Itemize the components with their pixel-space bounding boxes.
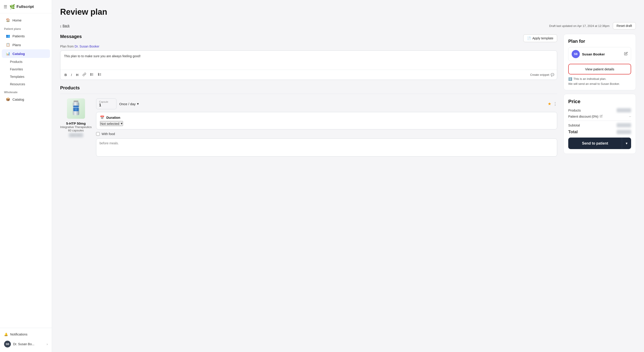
reset-draft-button[interactable]: Reset draft: [613, 22, 636, 30]
with-food-row: With food: [96, 132, 557, 136]
sidebar-item-patients[interactable]: 👥 Patients: [2, 32, 50, 40]
individual-plan-text: This is an individual plan.: [574, 77, 606, 81]
patient-name: Susan Booker: [582, 52, 622, 56]
create-snippet-label: Create snippet: [530, 73, 549, 77]
frequency-button[interactable]: Once / day: [119, 102, 139, 106]
svg-text:50mg: 50mg: [75, 110, 77, 111]
sidebar-item-home-label: Home: [12, 18, 22, 22]
catalog-icon: 📊: [6, 52, 10, 56]
leaf-icon: 🌿: [10, 4, 15, 10]
capsule-value: 1: [99, 103, 114, 107]
view-patient-details-button[interactable]: View patient details: [568, 64, 631, 74]
user-avatar: SB: [4, 341, 11, 347]
content-left: Messages 📄 Apply template Plan from Dr. …: [60, 34, 557, 162]
plans-icon: 📋: [6, 43, 10, 47]
top-bar: Back Draft last updated on Apr 17, 2024 …: [60, 22, 636, 30]
frequency-chevron-icon: [137, 102, 139, 106]
price-discount-value: --: [629, 115, 631, 118]
link-button[interactable]: [81, 72, 88, 78]
content-right: Plan for SB Susan Booker View patient de…: [564, 34, 636, 162]
back-link[interactable]: Back: [60, 24, 70, 28]
individual-plan-note: ℹ️ This is an individual plan.: [568, 77, 631, 81]
product-top-row: Capsule 1 Once / day ★ ⋮: [96, 98, 557, 109]
duration-chevron-icon: [121, 122, 122, 126]
svg-point-5: [90, 75, 91, 76]
patient-plans-label: Patient plans: [0, 25, 52, 32]
price-row-products: Products $17.99: [568, 108, 631, 112]
send-dropdown-button[interactable]: [622, 138, 631, 149]
capsule-label: Capsule: [99, 100, 114, 103]
send-btn-row: Send to patient: [568, 138, 631, 149]
sidebar-bottom: 🔔 Notifications SB Dr. Susan Bo... ›: [0, 328, 52, 352]
product-price: $17.99: [69, 133, 83, 137]
message-editor: This plan to to make sure you are always…: [60, 51, 557, 80]
sidebar-item-wholesale-catalog-label: Catalog: [12, 98, 24, 101]
sidebar-item-catalog[interactable]: 📊 Catalog: [2, 49, 50, 58]
price-divider: [568, 121, 631, 121]
home-icon: 🏠: [6, 18, 10, 22]
notes-textarea[interactable]: [96, 138, 557, 157]
page-title: Review plan: [60, 7, 636, 17]
capsule-input-box: Capsule 1: [96, 98, 116, 109]
edit-discount-button[interactable]: [600, 115, 602, 118]
sidebar-sub-templates[interactable]: Templates: [2, 73, 50, 80]
sidebar-item-wholesale-catalog[interactable]: 📦 Catalog: [2, 95, 50, 104]
products-section-label: Products: [60, 85, 557, 91]
plan-for-card: Plan for SB Susan Booker View patient de…: [564, 34, 636, 90]
svg-point-3: [90, 73, 91, 74]
italic-button[interactable]: I: [70, 72, 73, 78]
sidebar-user[interactable]: SB Dr. Susan Bo... ›: [0, 338, 52, 350]
patient-avatar: SB: [572, 50, 580, 58]
patients-icon: 👥: [6, 34, 10, 38]
numbered-list-button[interactable]: 1.2.3.: [96, 72, 103, 78]
messages-header: Messages 📄 Apply template: [60, 34, 557, 42]
products-section: Products: [60, 85, 557, 157]
sidebar-item-plans-label: Plans: [12, 43, 21, 47]
create-snippet-button[interactable]: Create snippet 💬: [530, 73, 554, 77]
bold-button[interactable]: B: [63, 72, 68, 78]
sidebar-sub-products-label: Products: [10, 60, 22, 64]
with-food-label: With food: [102, 132, 115, 136]
product-image-area: INTEGRATIVE 5-HTP 50mg 5-HTP 50mg Integr…: [60, 98, 92, 137]
sidebar-item-catalog-label: Catalog: [12, 52, 25, 56]
content-layout: Messages 📄 Apply template Plan from Dr. …: [60, 34, 636, 162]
sidebar-item-home[interactable]: 🏠 Home: [2, 16, 50, 25]
sidebar-sub-resources[interactable]: Resources: [2, 81, 50, 88]
send-to-patient-button[interactable]: Send to patient: [568, 138, 622, 149]
heading-button[interactable]: H: [74, 72, 80, 78]
sidebar-sub-resources-label: Resources: [10, 82, 25, 86]
bullet-list-button[interactable]: [89, 72, 95, 78]
hamburger-icon[interactable]: ☰: [4, 4, 7, 9]
with-food-checkbox[interactable]: [96, 132, 100, 136]
main-content: Review plan Back Draft last updated on A…: [52, 0, 644, 352]
svg-text:3.: 3.: [98, 75, 99, 76]
sidebar-nav: 🏠 Home Patient plans 👥 Patients 📋 Plans …: [0, 13, 52, 328]
notifications-icon: 🔔: [4, 332, 8, 336]
sidebar-sub-products[interactable]: Products: [2, 58, 50, 65]
sidebar-item-plans[interactable]: 📋 Plans: [2, 41, 50, 49]
edit-patient-button[interactable]: [624, 52, 628, 56]
sidebar-sub-favorites-label: Favorites: [10, 67, 23, 71]
duration-select-button[interactable]: Not selected: [100, 121, 123, 126]
draft-timestamp: Draft last updated on Apr 17, 2024 at 12…: [549, 24, 610, 28]
user-name: Dr. Susan Bo...: [13, 342, 34, 346]
favorite-button[interactable]: ★: [548, 101, 551, 106]
plan-from-prefix: Plan from: [60, 45, 74, 48]
product-name: 5-HTP 50mg: [66, 122, 86, 125]
message-textarea[interactable]: This plan to to make sure you are always…: [60, 51, 557, 69]
product-size: 60 capsules: [68, 129, 84, 132]
duration-box: 📅 Duration Not selected: [96, 112, 557, 129]
sidebar-notifications[interactable]: 🔔 Notifications: [0, 330, 52, 338]
price-discount-label-area: Patient discount (0%): [568, 115, 602, 118]
user-initials: SB: [6, 343, 9, 345]
apply-template-button[interactable]: 📄 Apply template: [523, 34, 557, 42]
product-brand: Integrative Therapeutics: [60, 125, 92, 129]
price-row-total: Total $17.99: [568, 130, 631, 134]
plan-from-link[interactable]: Dr. Susan Booker: [74, 45, 100, 48]
apply-template-label: Apply template: [532, 37, 553, 40]
sidebar: ☰ 🌿 Fullscript 🏠 Home Patient plans 👥 Pa…: [0, 0, 52, 352]
more-options-button[interactable]: ⋮: [553, 101, 557, 106]
duration-value-label: Not selected: [100, 122, 119, 126]
section-divider: [60, 94, 557, 94]
sidebar-sub-favorites[interactable]: Favorites: [2, 66, 50, 73]
